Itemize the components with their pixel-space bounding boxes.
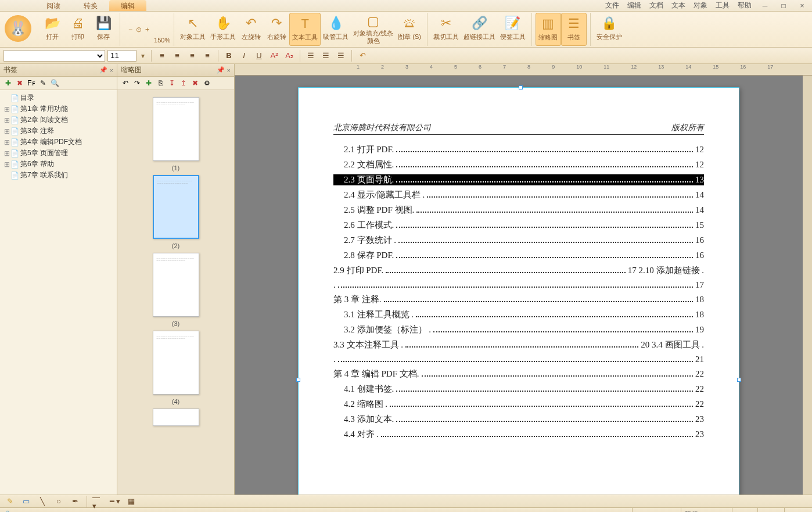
align-center-button[interactable]: ≡ — [171, 49, 184, 62]
tree-item[interactable]: ⊞📄第4章 编辑PDF文档 — [2, 137, 114, 148]
menu-help[interactable]: 帮助 — [738, 1, 752, 10]
tree-item[interactable]: ⊞📄第5章 页面管理 — [2, 148, 114, 159]
toc-entry[interactable]: . 21 — [333, 355, 704, 364]
ellipse-tool-icon[interactable]: ○ — [52, 495, 65, 508]
toc-entry[interactable]: 2.4 显示/隐藏工具栏 . 14 — [333, 189, 704, 200]
tree-item[interactable]: ⊞📄第2章 阅读文档 — [2, 114, 114, 126]
rotate-ccw-icon[interactable]: ↶ — [121, 78, 130, 88]
print-button[interactable]: 🖨打印 — [65, 13, 91, 46]
toc-entry[interactable]: 2.1 打开 PDF. 12 — [333, 144, 704, 155]
bold-button[interactable]: B — [222, 49, 235, 62]
panel-pin-icon[interactable]: 📌 — [99, 66, 107, 74]
rect-tool-icon[interactable]: ▭ — [20, 495, 33, 508]
export-icon[interactable]: ↥ — [179, 78, 188, 88]
font-icon[interactable]: Fꜰ — [27, 78, 36, 88]
line-style-dropdown[interactable]: — ▾ — [92, 495, 105, 508]
tree-expand-icon[interactable]: ⊞ — [3, 160, 10, 169]
thumbnail[interactable]: — — — — — — — — — — — — — — — — — — — — … — [153, 175, 199, 239]
linespacing-1-button[interactable]: ☰ — [304, 49, 317, 62]
zoom-out-icon[interactable]: − — [128, 26, 132, 34]
linespacing-3-button[interactable]: ☰ — [335, 49, 347, 62]
panel-close-icon[interactable]: × — [227, 67, 231, 74]
toc-entry[interactable]: 3.3 文本注释工具 . 20 3.4 画图工具 . — [333, 339, 704, 350]
settings-icon[interactable]: ⚙ — [202, 78, 211, 88]
zoom-control[interactable]: − ⊙ + — [124, 13, 154, 46]
line-weight-dropdown[interactable]: ━ ▾ — [109, 495, 121, 508]
app-logo[interactable]: 🐰 — [5, 15, 31, 42]
hyperlink-tool-button[interactable]: 🔗超链接工具 — [461, 13, 498, 46]
tree-item[interactable]: ⊞📄第6章 帮助 — [2, 159, 114, 170]
bookmarks-tree[interactable]: 📄目录⊞📄第1章 常用功能⊞📄第2章 阅读文档⊞📄第3章 注释⊞📄第4章 编辑P… — [0, 90, 117, 495]
thumbnail[interactable] — [153, 409, 199, 426]
object-tool-button[interactable]: ↖对象工具 — [178, 13, 208, 46]
close-button[interactable]: × — [797, 2, 807, 10]
panel-close-icon[interactable]: × — [110, 67, 113, 74]
open-button[interactable]: 📂打开 — [39, 13, 65, 46]
edit-icon[interactable]: ✎ — [38, 78, 48, 88]
find-icon[interactable]: 🔍 — [50, 78, 59, 88]
tree-item[interactable]: 📄目录 — [2, 92, 114, 103]
tree-item[interactable]: 📄第7章 联系我们 — [2, 170, 114, 181]
toc-entry[interactable]: 4.3 添加文本. 23 — [333, 414, 704, 425]
tab-read[interactable]: 阅读 — [35, 0, 72, 11]
pencil-tool-icon[interactable]: ✎ — [3, 495, 16, 508]
font-family-select[interactable] — [3, 50, 105, 62]
crop-tool-button[interactable]: ✂裁切工具 — [431, 13, 461, 46]
toc-entry[interactable]: 2.8 保存 PDF. 16 — [333, 250, 704, 261]
panel-pin-icon[interactable]: 📌 — [217, 66, 225, 74]
tab-convert[interactable]: 转换 — [72, 0, 109, 11]
toc-entry[interactable]: 2.3 页面导航. 13 — [333, 174, 704, 185]
thumbnail[interactable]: — — — — — — — — — — — — — — — — — — — — … — [153, 97, 199, 161]
tree-item[interactable]: ⊞📄第3章 注释 — [2, 126, 114, 137]
view-mode[interactable]: 预览 — [681, 508, 727, 512]
align-justify-button[interactable]: ≡ — [201, 49, 214, 62]
add-page-icon[interactable]: ✚ — [144, 78, 153, 88]
vertical-scrollbar[interactable] — [803, 76, 812, 495]
copy-page-icon[interactable]: ⎘ — [156, 78, 165, 88]
menu-file[interactable]: 文件 — [605, 1, 619, 10]
superscript-button[interactable]: A² — [268, 49, 281, 62]
underline-button[interactable]: U — [253, 49, 265, 62]
toc-entry[interactable]: 第 3 章 注释. 18 — [333, 294, 704, 305]
rotate-right-button[interactable]: ↷右旋转 — [264, 13, 289, 46]
menu-document[interactable]: 文档 — [649, 1, 663, 10]
toc-entry[interactable]: 2.7 字数统计 . 16 — [333, 235, 704, 246]
stamp-button[interactable]: 🛎图章 (S) — [396, 13, 423, 46]
tree-expand-icon[interactable]: ⊞ — [3, 149, 10, 157]
align-left-button[interactable]: ≡ — [156, 49, 168, 62]
pen-tool-icon[interactable]: ✒ — [69, 495, 81, 508]
hand-tool-button[interactable]: ✋手形工具 — [208, 13, 238, 46]
import-icon[interactable]: ↧ — [167, 78, 177, 88]
bookmarks-view-button[interactable]: ☰书签 — [561, 13, 587, 46]
zoom-reset-icon[interactable]: ⊙ — [136, 26, 142, 34]
toc-entry[interactable]: 3.1 注释工具概览 . 18 — [333, 309, 704, 320]
toc-entry[interactable]: 4.4 对齐 . 23 — [333, 429, 704, 440]
toc-entry[interactable]: 3.2 添加便签（标注） . 19 — [333, 324, 704, 335]
tree-expand-icon[interactable]: ⊞ — [3, 116, 10, 124]
toc-entry[interactable]: 2.5 调整 PDF 视图. 14 — [333, 205, 704, 216]
thumbnail-list[interactable]: — — — — — — — — — — — — — — — — — — — — … — [117, 90, 234, 495]
menu-edit[interactable]: 编辑 — [627, 1, 641, 10]
italic-button[interactable]: I — [238, 49, 250, 62]
fill-stroke-button[interactable]: ▢对象填充/线条颜色 — [351, 13, 396, 46]
document-page[interactable]: 北京海腾时代科技有限公司 版权所有 2.1 打开 PDF. 122.2 文档属性… — [298, 87, 739, 495]
rotate-left-button[interactable]: ↶左旋转 — [238, 13, 264, 46]
add-bookmark-icon[interactable]: ✚ — [3, 78, 13, 88]
align-right-button[interactable]: ≡ — [186, 49, 199, 62]
toc-entry[interactable]: 4.2 缩略图 . 22 — [333, 399, 704, 410]
tree-expand-icon[interactable]: ⊞ — [3, 127, 10, 135]
font-size-input[interactable] — [107, 50, 136, 62]
delete-bookmark-icon[interactable]: ✖ — [15, 78, 24, 88]
table-of-contents[interactable]: 2.1 打开 PDF. 122.2 文档属性. 122.3 页面导航. 132.… — [333, 144, 704, 440]
toc-entry[interactable]: 2.9 打印 PDF. 17 2.10 添加超链接 . — [333, 265, 704, 276]
document-scroll-area[interactable]: 北京海腾时代科技有限公司 版权所有 2.1 打开 PDF. 122.2 文档属性… — [235, 76, 803, 495]
subscript-button[interactable]: A₂ — [283, 49, 296, 62]
font-size-dropdown[interactable]: ▾ — [139, 52, 147, 60]
toc-entry[interactable]: 第 4 章 编辑 PDF 文档. 22 — [333, 368, 704, 379]
tree-item[interactable]: ⊞📄第1章 常用功能 — [2, 103, 114, 114]
save-button[interactable]: 💾保存 — [91, 13, 116, 46]
thumbnail[interactable]: — — — — — — — — — — — — — — — — — — — — … — [153, 253, 199, 317]
menu-object[interactable]: 对象 — [694, 1, 707, 10]
security-button[interactable]: 🔒安全保护 — [594, 13, 624, 46]
thumbnail[interactable]: — — — — — — — — — — — — — — — — — — — — … — [153, 331, 199, 395]
